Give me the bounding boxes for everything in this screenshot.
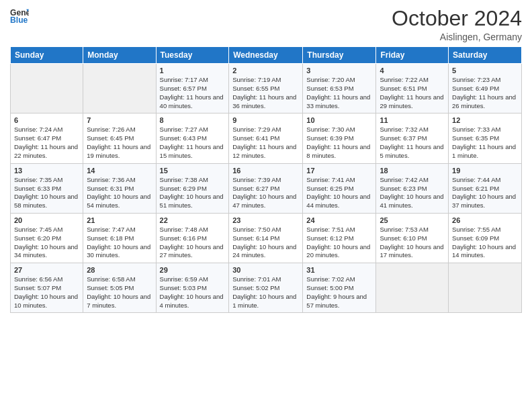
weekday-header: Friday	[376, 47, 449, 64]
weekday-header: Monday	[83, 47, 156, 64]
day-number: 12	[452, 116, 518, 124]
page: General Blue October 2024 Aislingen, Ger…	[0, 0, 532, 411]
title-block: October 2024 Aislingen, Germany	[392, 7, 522, 42]
calendar-cell: 8Sunrise: 7:27 AM Sunset: 6:43 PM Daylig…	[156, 113, 229, 163]
calendar-week-row: 6Sunrise: 7:24 AM Sunset: 6:47 PM Daylig…	[11, 113, 522, 163]
day-info: Sunrise: 7:02 AM Sunset: 5:00 PM Dayligh…	[306, 275, 372, 310]
day-info: Sunrise: 7:24 AM Sunset: 6:47 PM Dayligh…	[14, 126, 79, 160]
day-number: 4	[380, 66, 445, 75]
day-number: 23	[232, 216, 299, 224]
calendar-cell: 16Sunrise: 7:39 AM Sunset: 6:27 PM Dayli…	[229, 163, 303, 213]
calendar-cell: 26Sunrise: 7:55 AM Sunset: 6:09 PM Dayli…	[449, 213, 522, 263]
calendar-cell: 31Sunrise: 7:02 AM Sunset: 5:00 PM Dayli…	[303, 263, 376, 313]
calendar-cell	[11, 64, 83, 113]
calendar-cell: 6Sunrise: 7:24 AM Sunset: 6:47 PM Daylig…	[11, 113, 83, 163]
calendar-cell: 4Sunrise: 7:22 AM Sunset: 6:51 PM Daylig…	[376, 64, 449, 113]
header-row: SundayMondayTuesdayWednesdayThursdayFrid…	[11, 47, 522, 64]
calendar-week-row: 13Sunrise: 7:35 AM Sunset: 6:33 PM Dayli…	[11, 163, 522, 213]
calendar-cell: 30Sunrise: 7:01 AM Sunset: 5:02 PM Dayli…	[229, 263, 303, 313]
day-number: 7	[87, 116, 152, 124]
location: Aislingen, Germany	[392, 32, 522, 42]
day-info: Sunrise: 7:01 AM Sunset: 5:02 PM Dayligh…	[232, 275, 299, 310]
calendar-cell: 2Sunrise: 7:19 AM Sunset: 6:55 PM Daylig…	[229, 64, 303, 113]
day-number: 14	[87, 167, 152, 175]
calendar-cell: 28Sunrise: 6:58 AM Sunset: 5:05 PM Dayli…	[83, 263, 156, 313]
day-number: 26	[452, 216, 518, 224]
day-info: Sunrise: 7:29 AM Sunset: 6:41 PM Dayligh…	[232, 126, 299, 160]
day-number: 31	[306, 266, 372, 274]
day-info: Sunrise: 7:44 AM Sunset: 6:21 PM Dayligh…	[452, 176, 518, 210]
weekday-header: Saturday	[449, 47, 522, 64]
day-number: 28	[87, 266, 152, 274]
weekday-header: Thursday	[303, 47, 376, 64]
calendar-cell: 10Sunrise: 7:30 AM Sunset: 6:39 PM Dayli…	[303, 113, 376, 163]
day-info: Sunrise: 7:50 AM Sunset: 6:14 PM Dayligh…	[232, 226, 299, 260]
calendar-cell: 19Sunrise: 7:44 AM Sunset: 6:21 PM Dayli…	[449, 163, 522, 213]
header: General Blue October 2024 Aislingen, Ger…	[10, 7, 522, 42]
calendar-cell: 12Sunrise: 7:33 AM Sunset: 6:35 PM Dayli…	[449, 113, 522, 163]
calendar-cell: 11Sunrise: 7:32 AM Sunset: 6:37 PM Dayli…	[376, 113, 449, 163]
day-info: Sunrise: 7:41 AM Sunset: 6:25 PM Dayligh…	[306, 176, 372, 210]
calendar-cell: 5Sunrise: 7:23 AM Sunset: 6:49 PM Daylig…	[449, 64, 522, 113]
day-number: 21	[87, 216, 152, 224]
day-info: Sunrise: 7:26 AM Sunset: 6:45 PM Dayligh…	[87, 126, 152, 160]
calendar-cell: 20Sunrise: 7:45 AM Sunset: 6:20 PM Dayli…	[11, 213, 83, 263]
weekday-header: Tuesday	[156, 47, 229, 64]
calendar-cell: 15Sunrise: 7:38 AM Sunset: 6:29 PM Dayli…	[156, 163, 229, 213]
day-number: 16	[232, 167, 299, 175]
day-info: Sunrise: 7:33 AM Sunset: 6:35 PM Dayligh…	[452, 126, 518, 160]
day-info: Sunrise: 7:19 AM Sunset: 6:55 PM Dayligh…	[232, 76, 299, 110]
day-number: 29	[160, 266, 226, 274]
day-info: Sunrise: 6:59 AM Sunset: 5:03 PM Dayligh…	[160, 275, 226, 310]
day-number: 1	[160, 66, 226, 75]
calendar-cell: 13Sunrise: 7:35 AM Sunset: 6:33 PM Dayli…	[11, 163, 83, 213]
day-info: Sunrise: 7:42 AM Sunset: 6:23 PM Dayligh…	[380, 176, 445, 210]
calendar-cell: 18Sunrise: 7:42 AM Sunset: 6:23 PM Dayli…	[376, 163, 449, 213]
day-info: Sunrise: 7:39 AM Sunset: 6:27 PM Dayligh…	[232, 176, 299, 210]
day-number: 13	[14, 167, 79, 175]
day-number: 11	[380, 116, 445, 124]
calendar-cell	[376, 263, 449, 313]
svg-text:Blue: Blue	[10, 15, 28, 25]
calendar-cell: 22Sunrise: 7:48 AM Sunset: 6:16 PM Dayli…	[156, 213, 229, 263]
calendar-cell: 3Sunrise: 7:20 AM Sunset: 6:53 PM Daylig…	[303, 64, 376, 113]
calendar-week-row: 1Sunrise: 7:17 AM Sunset: 6:57 PM Daylig…	[11, 64, 522, 113]
calendar-table: SundayMondayTuesdayWednesdayThursdayFrid…	[10, 46, 522, 313]
calendar-cell: 25Sunrise: 7:53 AM Sunset: 6:10 PM Dayli…	[376, 213, 449, 263]
day-info: Sunrise: 7:36 AM Sunset: 6:31 PM Dayligh…	[87, 176, 152, 210]
day-number: 17	[306, 167, 372, 175]
day-info: Sunrise: 7:51 AM Sunset: 6:12 PM Dayligh…	[306, 226, 372, 260]
calendar-cell: 17Sunrise: 7:41 AM Sunset: 6:25 PM Dayli…	[303, 163, 376, 213]
day-info: Sunrise: 7:38 AM Sunset: 6:29 PM Dayligh…	[160, 176, 226, 210]
day-number: 8	[160, 116, 226, 124]
calendar-cell: 1Sunrise: 7:17 AM Sunset: 6:57 PM Daylig…	[156, 64, 229, 113]
day-info: Sunrise: 7:53 AM Sunset: 6:10 PM Dayligh…	[380, 226, 445, 260]
calendar-cell: 29Sunrise: 6:59 AM Sunset: 5:03 PM Dayli…	[156, 263, 229, 313]
day-number: 3	[306, 66, 372, 75]
day-info: Sunrise: 7:48 AM Sunset: 6:16 PM Dayligh…	[160, 226, 226, 260]
calendar-cell	[449, 263, 522, 313]
logo: General Blue	[10, 7, 29, 26]
day-number: 2	[232, 66, 299, 75]
day-info: Sunrise: 6:56 AM Sunset: 5:07 PM Dayligh…	[14, 275, 79, 310]
day-info: Sunrise: 7:20 AM Sunset: 6:53 PM Dayligh…	[306, 76, 372, 110]
day-number: 19	[452, 167, 518, 175]
day-number: 6	[14, 116, 79, 124]
calendar-cell: 24Sunrise: 7:51 AM Sunset: 6:12 PM Dayli…	[303, 213, 376, 263]
day-info: Sunrise: 7:35 AM Sunset: 6:33 PM Dayligh…	[14, 176, 79, 210]
calendar-cell: 14Sunrise: 7:36 AM Sunset: 6:31 PM Dayli…	[83, 163, 156, 213]
day-info: Sunrise: 7:47 AM Sunset: 6:18 PM Dayligh…	[87, 226, 152, 260]
day-info: Sunrise: 7:22 AM Sunset: 6:51 PM Dayligh…	[380, 76, 445, 110]
calendar-cell	[83, 64, 156, 113]
calendar-cell: 9Sunrise: 7:29 AM Sunset: 6:41 PM Daylig…	[229, 113, 303, 163]
calendar-cell: 27Sunrise: 6:56 AM Sunset: 5:07 PM Dayli…	[11, 263, 83, 313]
day-info: Sunrise: 7:32 AM Sunset: 6:37 PM Dayligh…	[380, 126, 445, 160]
calendar-cell: 23Sunrise: 7:50 AM Sunset: 6:14 PM Dayli…	[229, 213, 303, 263]
month-title: October 2024	[392, 7, 522, 30]
calendar-cell: 21Sunrise: 7:47 AM Sunset: 6:18 PM Dayli…	[83, 213, 156, 263]
day-number: 30	[232, 266, 299, 274]
day-number: 10	[306, 116, 372, 124]
day-number: 25	[380, 216, 445, 224]
day-info: Sunrise: 7:55 AM Sunset: 6:09 PM Dayligh…	[452, 226, 518, 260]
day-number: 27	[14, 266, 79, 274]
